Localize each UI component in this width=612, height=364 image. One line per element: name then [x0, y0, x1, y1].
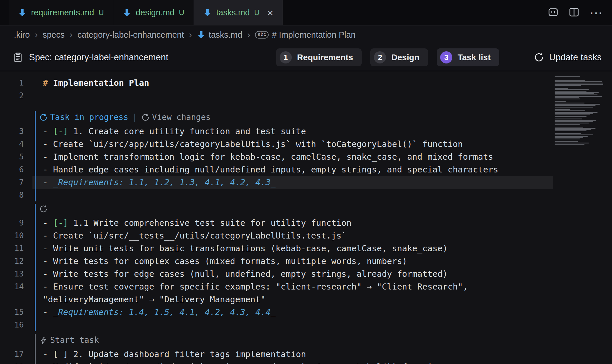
step-label: Design	[391, 53, 419, 62]
code-text: - [ ] 2. Update dashboard filter tags im…	[43, 349, 306, 359]
code-text: #	[43, 78, 53, 88]
codelens-row[interactable]	[0, 204, 612, 216]
step-task-list[interactable]: 3 Task list	[437, 48, 499, 66]
code-line[interactable]: 9- [-] 1.1 Write comprehensive test suit…	[0, 216, 612, 229]
code-text: "deliveryManagement" → "Delivery Managem…	[43, 294, 265, 304]
minimap-line	[555, 137, 583, 138]
code-line[interactable]: 5- Implement transformation logic for ke…	[0, 150, 612, 163]
code-line[interactable]: 6- Handle edge cases including null/unde…	[0, 163, 612, 176]
code-text: - Implement transformation logic for keb…	[43, 152, 493, 162]
minimap-line	[555, 99, 580, 99]
step-design[interactable]: 2 Design	[370, 48, 428, 66]
minimap-line	[555, 143, 589, 143]
breadcrumb-symbol-label: # Implementation Plan	[272, 30, 356, 40]
code-text: - Handle edge cases including null/undef…	[43, 165, 498, 174]
line-number[interactable]: 16	[0, 318, 24, 331]
minimap-line	[555, 116, 586, 117]
code-line[interactable]: 17- [ ] 2. Update dashboard filter tags …	[0, 348, 612, 361]
chevron-right-icon: ›	[188, 30, 192, 40]
step-number: 2	[374, 51, 386, 63]
code-text: Implementation Plan	[53, 78, 149, 88]
code-line[interactable]: 12- Write tests for complex cases (mixed…	[0, 255, 612, 267]
breadcrumb-item-kiro[interactable]: .kiro	[14, 30, 30, 40]
code-line[interactable]: 4- Create `ui/src/app/utils/categoryLabe…	[0, 138, 612, 150]
code-text: [-]	[53, 126, 68, 136]
step-label: Task list	[458, 53, 491, 62]
git-status-badge: U	[99, 8, 104, 17]
code-line[interactable]: 8	[0, 189, 612, 201]
minimap-line	[555, 103, 584, 103]
minimap-line	[555, 76, 580, 77]
minimap-line	[555, 107, 593, 108]
breadcrumb: .kiro › specs › category-label-enhanceme…	[0, 26, 612, 44]
code-line[interactable]: 2	[0, 89, 612, 102]
minimap-line	[555, 104, 600, 105]
tab-bar-left-pad	[0, 0, 9, 25]
code-line[interactable]: 16	[0, 318, 612, 331]
minimap-line	[555, 105, 595, 106]
codelens-link[interactable]	[39, 205, 50, 213]
code-line[interactable]: 14- Ensure test coverage for specific ex…	[0, 280, 612, 293]
editor[interactable]: 1# Implementation Plan2Task in progress|…	[0, 71, 612, 364]
minimap-line	[555, 136, 588, 137]
breadcrumb-item-specs[interactable]: specs	[43, 30, 65, 40]
line-number[interactable]: 2	[0, 89, 24, 102]
code-text: - Modify `ui/src/pages/index.js` to impo…	[43, 362, 442, 364]
minimap-line	[555, 97, 579, 98]
code-line[interactable]: 7- _Requirements: 1.1, 1.2, 1.3, 4.1, 4.…	[0, 176, 612, 189]
codelens-link[interactable]: Start task	[39, 334, 99, 347]
refresh-icon	[534, 52, 544, 62]
breadcrumb-item-file[interactable]: tasks.md	[197, 30, 242, 40]
tab-label: tasks.md	[216, 8, 250, 17]
minimap-line	[555, 80, 585, 81]
codelens-row[interactable]: Task in progress|View changes	[0, 111, 612, 125]
spec-bar: Spec: category-label-enhancement 1 Requi…	[0, 44, 612, 71]
minimap-line	[555, 112, 598, 113]
codelens-separator: |	[132, 111, 137, 124]
code-text: - Write unit tests for basic transformat…	[43, 243, 448, 253]
symbol-string-icon: abc	[255, 31, 269, 39]
code-line[interactable]: 1# Implementation Plan	[0, 77, 612, 89]
code-line[interactable]: 11- Write unit tests for basic transform…	[0, 242, 612, 255]
minimap[interactable]	[555, 76, 606, 145]
tab-design[interactable]: design.md U	[113, 0, 194, 25]
minimap-line	[555, 96, 602, 97]
code-line[interactable]: 15- _Requirements: 1.4, 1.5, 4.1, 4.2, 4…	[0, 306, 612, 318]
line-number[interactable]: 8	[0, 189, 24, 201]
minimap-line	[555, 123, 589, 123]
codelens-link[interactable]: Task in progress	[39, 111, 128, 124]
codelens-link[interactable]: View changes	[141, 111, 211, 124]
minimap-line	[555, 113, 593, 114]
minimap-line	[555, 139, 580, 139]
tab-tasks[interactable]: tasks.md U ×	[194, 0, 283, 25]
split-editor-icon[interactable]	[569, 7, 580, 19]
minimap-line	[555, 133, 581, 134]
code-text: -	[43, 307, 53, 317]
code-text: -	[43, 218, 53, 228]
minimap-line	[555, 101, 566, 102]
code-line[interactable]: "deliveryManagement" → "Delivery Managem…	[0, 293, 612, 306]
close-tab-icon[interactable]: ×	[267, 8, 273, 18]
step-requirements[interactable]: 1 Requirements	[276, 48, 362, 66]
tab-requirements[interactable]: requirements.md U	[9, 0, 113, 25]
tab-label: requirements.md	[31, 8, 94, 17]
update-tasks-button[interactable]: Update tasks	[534, 52, 602, 63]
more-actions-icon[interactable]: ⋯	[589, 6, 603, 19]
task-block-bar	[35, 189, 36, 201]
breadcrumb-item-symbol[interactable]: abc # Implementation Plan	[255, 30, 355, 40]
agent-icon[interactable]	[548, 7, 559, 19]
step-number: 1	[280, 51, 292, 63]
minimap-line	[555, 119, 582, 119]
editor-actions: ⋯	[548, 0, 612, 25]
minimap-line	[555, 124, 580, 125]
code-line[interactable]: 10- Create `ui/src/__tests__/utils/categ…	[0, 229, 612, 242]
code-line[interactable]: 3- [-] 1. Create core utility function a…	[0, 125, 612, 138]
tab-label: design.md	[136, 8, 174, 17]
code-line[interactable]: 13- Write tests for edge cases (null, un…	[0, 267, 612, 280]
breadcrumb-item-folder[interactable]: category-label-enhancement	[77, 30, 184, 40]
codelens-row[interactable]: Start task	[0, 334, 612, 348]
code-line[interactable]: 18- Modify `ui/src/pages/index.js` to im…	[0, 361, 612, 364]
minimap-line	[555, 91, 586, 92]
minimap-line	[555, 81, 602, 82]
minimap-line	[555, 121, 593, 122]
